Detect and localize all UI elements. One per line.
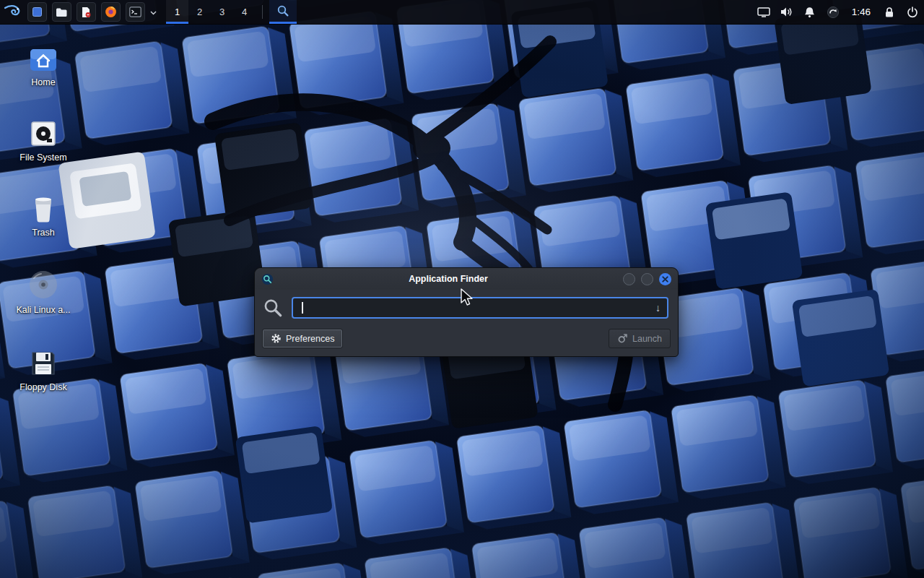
desktop-icon-label: File System: [19, 152, 66, 163]
desktop-icon-label: Kali Linux a...: [16, 305, 70, 315]
text-caret: [302, 302, 303, 314]
workspace-3[interactable]: 3: [211, 0, 233, 24]
terminal-icon: [126, 2, 145, 22]
window-title: Application Finder: [284, 274, 613, 284]
search-icon: [263, 298, 283, 318]
terminal-dropdown-button[interactable]: [147, 0, 159, 24]
button-row: Preferences Launch: [255, 324, 678, 356]
desktop-icon-label: Floppy Disk: [19, 382, 66, 392]
workspace-1[interactable]: 1: [166, 0, 188, 24]
launcher-firefox[interactable]: [98, 0, 123, 24]
panel-separator: [262, 5, 263, 19]
search-input[interactable]: ↓: [292, 297, 668, 319]
launch-icon: [617, 333, 628, 344]
minimize-button[interactable]: [623, 273, 635, 285]
desktop-icon-kali-linux[interactable]: Kali Linux a...: [10, 268, 77, 315]
desktop-icon-file-system[interactable]: File System: [10, 116, 77, 163]
taskbar-application-finder[interactable]: [269, 0, 297, 24]
kali-menu-button[interactable]: [0, 0, 25, 24]
desktop-icon-label: Trash: [32, 228, 55, 238]
maximize-button[interactable]: [641, 273, 653, 285]
desktop-icon-label: Home: [31, 77, 55, 87]
launch-button[interactable]: Launch: [609, 329, 671, 348]
power-icon[interactable]: [901, 0, 924, 24]
floppy-disk-icon: [30, 345, 57, 377]
chevron-down-icon: [150, 7, 157, 17]
launch-label: Launch: [632, 334, 662, 344]
file-system-icon: [30, 116, 57, 147]
cd-rom-icon: [28, 268, 58, 300]
gear-icon: [271, 333, 282, 344]
workspace-switcher: 1 2 3 4: [166, 0, 256, 24]
application-finder-window: Application Finder ↓ Preferences: [254, 267, 679, 357]
preferences-button[interactable]: Preferences: [262, 329, 343, 348]
search-row: ↓: [255, 290, 678, 324]
titlebar[interactable]: Application Finder: [255, 268, 678, 290]
workspace-2[interactable]: 2: [188, 0, 211, 24]
window-buttons: [623, 273, 671, 285]
preferences-label: Preferences: [286, 334, 334, 344]
folder-icon: [52, 2, 71, 22]
desktop-icon-trash[interactable]: Trash: [10, 191, 77, 238]
desktop-icon-home[interactable]: Home: [10, 40, 77, 87]
close-button[interactable]: [659, 273, 671, 285]
app-finder-window-icon: [261, 273, 274, 285]
desktop-icon-floppy-disk[interactable]: Floppy Disk: [10, 345, 77, 392]
document-icon: [77, 2, 96, 22]
home-icon: [29, 40, 58, 72]
launcher-terminal[interactable]: [123, 0, 147, 24]
kali-logo-icon: [4, 2, 21, 22]
close-icon: [662, 276, 668, 282]
lock-icon[interactable]: [878, 0, 901, 24]
dropdown-arrow-icon[interactable]: ↓: [655, 303, 661, 313]
panel-clock[interactable]: 1:46: [845, 0, 878, 24]
volume-icon[interactable]: [775, 0, 798, 24]
display-icon[interactable]: [752, 0, 775, 24]
top-panel: 1 2 3 4 1:46: [0, 0, 924, 25]
bell-icon[interactable]: [798, 0, 821, 24]
panel-right-group: 1:46: [752, 0, 924, 24]
launcher-file-manager[interactable]: [49, 0, 74, 24]
panel-left-group: 1 2 3 4: [0, 0, 297, 24]
magnifier-icon: [276, 4, 289, 20]
firefox-icon: [101, 2, 121, 22]
launcher-show-desktop[interactable]: [25, 0, 49, 24]
desktop-icon: [27, 2, 47, 22]
launcher-text-editor[interactable]: [74, 0, 98, 24]
network-orb-icon[interactable]: [821, 0, 845, 24]
trash-icon: [31, 191, 56, 223]
workspace-4[interactable]: 4: [233, 0, 256, 24]
